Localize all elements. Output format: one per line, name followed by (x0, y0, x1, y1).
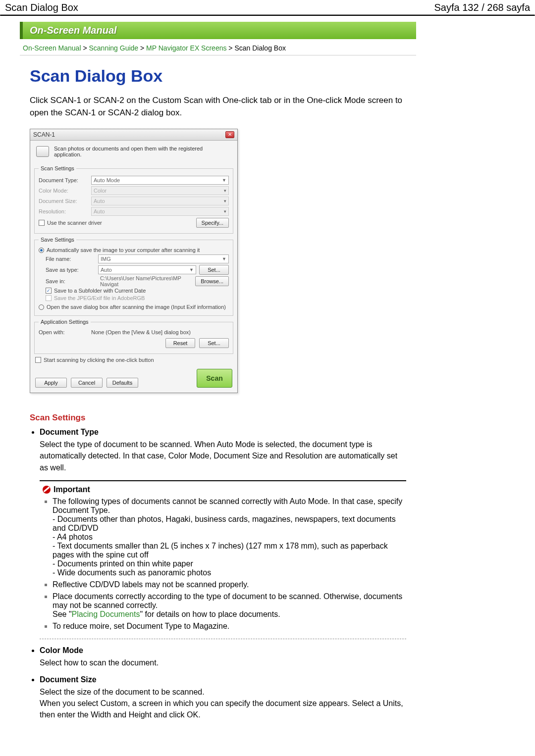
page-header-left: Scan Dialog Box (5, 2, 78, 13)
use-scanner-driver-checkbox[interactable]: Use the scanner driver (39, 220, 102, 226)
scan-button[interactable]: Scan (197, 369, 232, 388)
placing-documents-link[interactable]: Placing Documents (72, 610, 140, 618)
header-separator (0, 14, 535, 16)
dash-item: - Documents other than photos, Hagaki, b… (53, 515, 403, 533)
dash-item: - Text documents smaller than 2L (5 inch… (53, 542, 403, 559)
checkbox-icon (35, 357, 41, 363)
save-in-path: C:\Users\User Name\Pictures\MP Navigat (98, 277, 192, 286)
application-settings-group: Application Settings Open with: None (Op… (34, 319, 233, 354)
use-scanner-driver-label: Use the scanner driver (47, 220, 102, 226)
save-as-value: Auto (101, 267, 112, 273)
auto-save-radio-label: Automatically save the image to your com… (47, 247, 200, 253)
jpeg-exif-checkbox: Save the JPEG/Exif file in AdobeRGB (46, 295, 229, 301)
important-text: Reflective CD/DVD labels may not be scan… (53, 580, 249, 589)
important-text: " for details on how to place documents. (140, 610, 280, 618)
breadcrumb: On-Screen Manual > Scanning Guide > MP N… (20, 39, 416, 55)
intro-paragraph: Click SCAN-1 or SCAN-2 on the Custom Sca… (30, 95, 406, 119)
auto-save-radio[interactable]: Automatically save the image to your com… (39, 247, 229, 253)
save-in-value: C:\Users\User Name\Pictures\MP Navigat (100, 275, 190, 287)
resolution-value: Auto (94, 208, 105, 214)
chevron-down-icon: ▾ (224, 188, 226, 193)
start-scanning-checkbox[interactable]: Start scanning by clicking the one-click… (35, 357, 232, 363)
important-text: The following types of documents cannot … (53, 497, 402, 514)
application-settings-legend: Application Settings (39, 319, 91, 325)
apply-button[interactable]: Apply (35, 378, 67, 388)
important-text: See " (53, 610, 72, 618)
dialog-subtitle: Scan photos or documents and open them w… (54, 146, 231, 157)
breadcrumb-link[interactable]: On-Screen Manual (23, 44, 81, 52)
subfolder-checkbox[interactable]: ✓ Save to a Subfolder with Current Date (46, 288, 229, 294)
chevron-down-icon: ▾ (224, 209, 226, 214)
doc-size-value: Auto (94, 198, 105, 204)
save-as-select[interactable]: Auto▼ (98, 265, 196, 274)
open-save-dialog-radio[interactable]: Open the save dialog box after scanning … (39, 304, 229, 310)
list-item: Place documents correctly according to t… (53, 592, 403, 619)
scan-settings-list: Document Type Select the type of documen… (40, 428, 406, 720)
close-icon[interactable]: ✕ (225, 131, 234, 138)
breadcrumb-link[interactable]: MP Navigator EX Screens (146, 44, 226, 52)
doc-size-select: Auto▾ (91, 197, 229, 205)
item-body: Select how to scan the document. (40, 657, 406, 668)
app-set-button[interactable]: Set... (199, 338, 229, 348)
defaults-button-label: Defaults (112, 380, 132, 386)
chevron-down-icon: ▼ (222, 256, 226, 261)
doc-type-select[interactable]: Auto Mode▼ (91, 176, 229, 185)
important-box: Important The following types of documen… (40, 480, 406, 639)
manual-banner: On-Screen Manual (20, 22, 416, 39)
doc-type-label: Document Type: (39, 177, 88, 183)
subfolder-label: Save to a Subfolder with Current Date (54, 288, 146, 294)
item-title: Color Mode (40, 646, 406, 655)
dialog-footer: Apply Cancel Defaults Scan (30, 365, 237, 393)
checkbox-icon (46, 295, 52, 301)
dialog-titlebar: SCAN-1 ✕ (30, 129, 237, 141)
item-title: Document Size (40, 675, 406, 684)
open-with-label: Open with: (39, 329, 88, 335)
open-with-value: None (Open the [View & Use] dialog box) (91, 329, 229, 335)
dialog-title: SCAN-1 (33, 131, 55, 138)
app-set-button-label: Set... (208, 340, 220, 346)
start-scanning-label: Start scanning by clicking the one-click… (44, 357, 154, 363)
dash-list: - Documents other than photos, Hagaki, b… (53, 515, 403, 577)
save-in-label: Save in: (46, 278, 95, 284)
important-text: To reduce moire, set Document Type to Ma… (53, 622, 229, 630)
jpeg-exif-label: Save the JPEG/Exif file in AdobeRGB (54, 295, 145, 301)
breadcrumb-current: Scan Dialog Box (234, 44, 286, 52)
important-heading: Important (43, 485, 406, 494)
checkbox-icon (39, 220, 45, 226)
doc-type-value: Auto Mode (94, 177, 120, 183)
page-title: Scan Dialog Box (30, 66, 416, 86)
scan-settings-legend: Scan Settings (39, 165, 76, 171)
important-label: Important (54, 485, 90, 494)
prohibit-icon (43, 486, 51, 494)
save-settings-group: Save Settings Automatically save the ima… (34, 237, 233, 316)
scan-button-label: Scan (206, 374, 222, 382)
item-title: Document Type (40, 428, 406, 437)
cancel-button[interactable]: Cancel (71, 378, 103, 388)
color-mode-select: Color▾ (91, 186, 229, 195)
specify-button-label: Specify... (202, 220, 223, 226)
defaults-button[interactable]: Defaults (107, 378, 138, 388)
breadcrumb-link[interactable]: Scanning Guide (89, 44, 138, 52)
specify-button[interactable]: Specify... (196, 218, 229, 228)
browse-button[interactable]: Browse... (195, 276, 229, 286)
save-as-label: Save as type: (46, 267, 95, 273)
scanner-icon (36, 146, 49, 157)
color-mode-value: Color (94, 188, 107, 194)
browse-button-label: Browse... (201, 278, 223, 284)
list-item: Color Mode Select how to scan the docume… (40, 646, 406, 668)
file-name-value: IMG (101, 256, 111, 262)
doc-size-label: Document Size: (39, 198, 88, 204)
file-name-input[interactable]: IMG▼ (98, 254, 229, 263)
dash-item: - A4 photos (53, 533, 403, 542)
page-header: Scan Dialog Box Sayfa 132 / 268 sayfa (0, 0, 535, 14)
open-save-dialog-label: Open the save dialog box after scanning … (47, 304, 226, 310)
reset-button[interactable]: Reset (165, 338, 195, 348)
list-item: The following types of documents cannot … (53, 497, 403, 577)
item-body: Select the type of document to be scanne… (40, 439, 406, 473)
chevron-down-icon: ▼ (189, 267, 194, 272)
list-item: Document Type Select the type of documen… (40, 428, 406, 639)
dash-item: - Documents printed on thin white paper (53, 559, 403, 568)
save-settings-legend: Save Settings (39, 237, 76, 243)
save-as-set-button[interactable]: Set... (199, 265, 229, 275)
resolution-label: Resolution: (39, 208, 88, 214)
